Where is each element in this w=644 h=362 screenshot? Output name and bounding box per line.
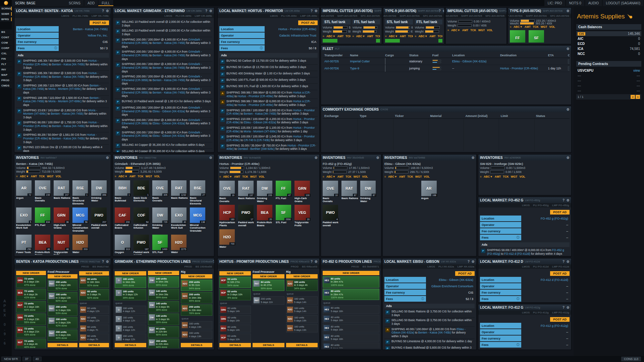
market-ad[interactable]: PSELLING 10 Padded work overall @ 2,000.… — [115, 28, 212, 37]
market-ad[interactable]: PSHIPPING 200.00t / 200.00m³ @ 4,000.00 … — [115, 105, 212, 118]
inventory-item[interactable]: DW729Drinking Water — [152, 207, 169, 233]
inventory-item[interactable]: DW856Drinking Water — [91, 180, 108, 205]
sort-vol[interactable]: VOL — [154, 175, 160, 178]
market-ad[interactable]: PSHIPPING 195.30t / 90.00m³ @ 3,500.00 C… — [16, 71, 109, 83]
market-ad[interactable]: ASHIPPING 40.00t / 100.00m³ @ 1,000.00 C… — [384, 327, 475, 339]
market-ad[interactable]: PSHIPPING 35.00t / 35.00m³ @ 750.00 ICA … — [219, 143, 318, 152]
buffer-tab[interactable]: SHPI AVI-007D5 — [337, 14, 358, 17]
inventory-item[interactable]: OVE10Basic Overalls — [323, 181, 339, 203]
production-order[interactable]: O160 units4 days 12h — [115, 334, 146, 342]
item-icon-FF[interactable]: FF4000 — [510, 30, 525, 43]
contract-action[interactable]: view — [633, 69, 640, 72]
item-icon-HCP[interactable]: HCP160 — [219, 205, 235, 220]
market-ad[interactable]: PBUYING 4 Basic Bulkhead @ 5,600.00 CIS … — [384, 345, 475, 350]
fleet-row[interactable]: AVI-007D6Type-9jumping--Hortus - Promito… — [323, 65, 570, 72]
gear-icon[interactable]: ⚙ — [567, 306, 570, 309]
sort-wgt[interactable]: WGT — [250, 175, 257, 178]
post-ad-button[interactable]: POST AD — [90, 20, 109, 25]
sort-amt[interactable]: AMT — [367, 35, 373, 38]
buffer-tab[interactable]: BS 9fd627dd — [93, 265, 109, 268]
item-icon-PWO[interactable]: PWO17 — [238, 205, 254, 220]
list-icon[interactable]: ≡ — [219, 175, 221, 178]
sort-amt[interactable]: AMT — [31, 175, 37, 178]
item-icon-SF[interactable]: SF3221 — [529, 30, 544, 43]
production-order[interactable]: GRN72 unitsin 3 days 15h47% done — [16, 276, 46, 288]
sort-amt[interactable]: AMT — [400, 35, 406, 38]
nav-bfrs[interactable]: BFRS — [0, 17, 12, 22]
location-link[interactable]: Moria - Montem (XT-699c) — [48, 87, 82, 90]
inventory-item[interactable]: PT250Power Tools — [16, 235, 33, 255]
item-icon-BDE[interactable]: BDE1 — [133, 180, 149, 196]
inventory-item[interactable]: DW205Drinking Water — [257, 181, 274, 203]
item-icon-DW[interactable]: DW205 — [257, 181, 272, 196]
list-icon[interactable]: ≡ — [384, 175, 386, 178]
sort-vol[interactable]: VOL — [259, 175, 265, 178]
market-ad[interactable]: PSHIPPING 200.00t / 200.00m³ @ 4,000.00 … — [115, 49, 212, 62]
item-icon-MCG[interactable]: MCG56 — [72, 207, 88, 223]
production-order[interactable]: RAT200 units5 days 11h — [253, 296, 284, 305]
production-order[interactable]: HE380 units5 days 16h — [323, 343, 379, 348]
inventory-item[interactable]: RAT1232Basic Rations — [171, 180, 188, 205]
top-right-audio[interactable]: AUDIO — [585, 0, 603, 6]
post-ad-button[interactable]: POST AD — [550, 271, 570, 276]
production-order[interactable]: RAT200 unitsin 3 days 20h40% done — [48, 329, 77, 341]
item-icon-BEA[interactable]: BEA20 — [257, 205, 272, 220]
details-button[interactable]: DETAILS — [253, 343, 284, 347]
location-link[interactable]: Ebisu - Gibson (XK-632a) — [244, 121, 276, 124]
buffer-tab[interactable]: SFC AVI-007D5 — [485, 14, 504, 17]
sort-tck[interactable]: TCK — [438, 35, 442, 38]
production-order[interactable]: HCP63 units5 days 10h — [219, 334, 251, 342]
production-order[interactable]: RAT200 unitsin 3 days 20h53% done — [48, 304, 77, 316]
production-order[interactable]: H2O60 units4 days 7h — [79, 334, 109, 342]
buffer-tab[interactable]: SHP AVI-007D5 — [321, 14, 334, 17]
new-order-button[interactable]: NEW ORDER — [219, 271, 251, 276]
market-ad[interactable]: PSHIPPING 200.00t / 200.00m³ @ 4,000.00 … — [115, 37, 212, 50]
sort-wgt[interactable]: WGT — [47, 175, 54, 178]
sort-abc[interactable]: ABC▼ — [514, 25, 523, 27]
production-order[interactable]: H2O160 units5 days 14h — [286, 296, 318, 305]
inventory-item[interactable]: PWO4Padded work overall — [323, 205, 339, 227]
nav-cmds[interactable]: CMDS — [0, 83, 12, 88]
sort-vol[interactable]: VOL — [424, 175, 430, 178]
buffer-tab[interactable]: PROD — [352, 265, 359, 268]
fuel-item-partial[interactable] — [323, 39, 337, 43]
new-order-button[interactable]: NEW ORDER — [323, 271, 379, 275]
item-icon-AR[interactable]: AR168 — [421, 181, 437, 196]
production-order[interactable]: HE380 units5 days 16h — [323, 334, 379, 342]
nav-scrns[interactable]: SCRNS — [0, 6, 12, 11]
new-order-button[interactable]: NEW ORDER — [115, 271, 146, 276]
production-order[interactable]: RAT200 unitsin 22h 44m44% done — [148, 339, 179, 348]
location-link[interactable]: Moria - Montem (XT-699c) — [48, 100, 82, 103]
market-ad[interactable]: PBUYING 100 FTL Fuel @ 500.00 ICA for de… — [219, 77, 318, 84]
sort-tck[interactable]: TCK — [138, 175, 143, 178]
buffer-tab[interactable]: LMOS — [427, 265, 435, 268]
buffer-tab[interactable]: SHP AVI-007D6 — [508, 14, 523, 17]
buffer-tab[interactable]: SHP AVI-007D6 — [383, 14, 396, 17]
new-order-button[interactable]: NEW ORDER — [286, 274, 318, 279]
list-icon[interactable]: ≡ — [323, 175, 324, 178]
post-ad-button[interactable]: POST AD — [550, 317, 570, 322]
buffer-tab[interactable]: SFC AVI-007D6 — [423, 14, 442, 17]
item-icon-H2O[interactable]: H2O2275 — [171, 235, 186, 250]
buffer-tab[interactable]: BS 1934ba58 — [196, 265, 212, 268]
item-icon-RAT[interactable]: RAT197 — [238, 181, 254, 196]
buffer-tab[interactable]: PLI XK-745b — [72, 14, 88, 17]
next-page-button[interactable]: > — [636, 95, 640, 99]
sort-tck[interactable]: TCK — [407, 175, 413, 178]
sort-tck[interactable]: TCK — [375, 35, 380, 38]
nav-fin[interactable]: FIN — [0, 56, 12, 61]
item-icon-O[interactable]: O313 — [115, 235, 130, 250]
command-view[interactable]: view — [568, 66, 570, 71]
location-link[interactable]: CR-740 b (CR-740b) — [244, 138, 270, 142]
production-order[interactable]: BEA72 unitsin 4 days 21h43% done — [16, 326, 46, 338]
ship-transponder[interactable]: AVI-007D5 — [323, 60, 348, 63]
list-icon[interactable]: ≡ — [353, 35, 354, 38]
buffer-tab[interactable]: BS 5b095571 — [363, 265, 379, 268]
buffer-tab[interactable]: PLI FO-412g — [533, 311, 549, 314]
gear-icon[interactable]: ⚙ — [472, 156, 475, 160]
ship-transponder[interactable]: AVI-007D6 — [323, 67, 348, 70]
help-icon[interactable]: ? — [562, 306, 565, 309]
sort-wgt[interactable]: WGT — [541, 25, 547, 27]
ship-name[interactable]: Type-9 — [348, 67, 383, 70]
item-icon-COF[interactable]: COF54 — [133, 207, 149, 223]
